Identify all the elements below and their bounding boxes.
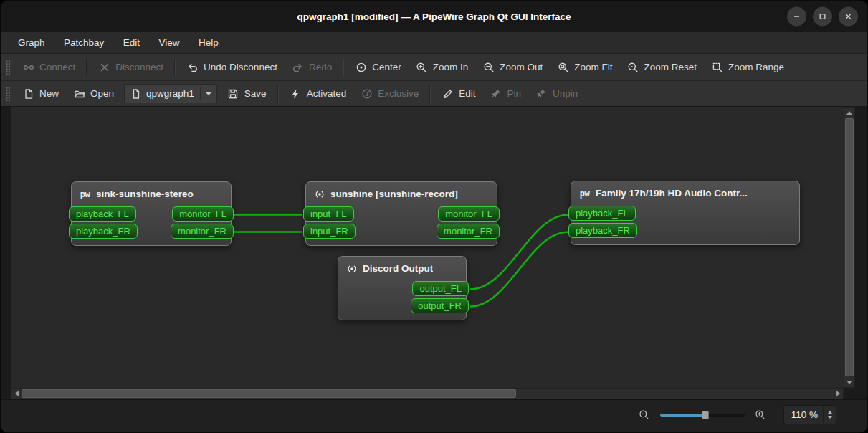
unpin-button[interactable]: Unpin <box>528 84 585 103</box>
port-input-fr[interactable]: input_FR <box>303 224 356 239</box>
scroll-up-button[interactable] <box>844 108 854 118</box>
connect-label: Connect <box>39 62 75 72</box>
node-sunshine-record[interactable]: sunshine [sunshine-record] input_FL inpu… <box>305 181 497 246</box>
exclusive-toggle-button[interactable]: f Exclusive <box>353 84 426 103</box>
toolbar-separator <box>343 59 344 76</box>
port-playback-fl[interactable]: playback_FL <box>69 206 136 222</box>
disconnect-label: Disconnect <box>115 62 163 72</box>
vertical-scrollbar[interactable] <box>844 107 855 388</box>
zoom-reset-label: Zoom Reset <box>644 62 697 72</box>
port-playback-fl[interactable]: playback_FL <box>568 206 636 221</box>
new-label: New <box>39 88 59 99</box>
arrow-up-icon <box>846 111 852 115</box>
patchbay-file-icon <box>130 87 142 100</box>
center-button[interactable]: Center <box>348 57 409 77</box>
zoom-fit-icon <box>557 61 569 73</box>
edit-label: Edit <box>459 88 475 99</box>
undo-disconnect-button[interactable]: Undo Disconnect <box>179 57 285 77</box>
unpin-label: Unpin <box>553 88 578 99</box>
port-monitor-fl[interactable]: monitor_FL <box>172 206 234 222</box>
redo-button[interactable]: Redo <box>285 57 339 77</box>
menu-patchbay[interactable]: Patchbay <box>56 32 112 53</box>
spin-buttons <box>823 406 832 424</box>
status-bar: 110 % <box>1 399 867 433</box>
redo-label: Redo <box>309 62 332 72</box>
port-monitor-fr[interactable]: monitor_FR <box>437 224 500 239</box>
zoom-slider-fill <box>660 414 706 417</box>
node-discord-output[interactable]: Discord Output output_FL output_FR <box>338 256 467 320</box>
disconnect-button[interactable]: Disconnect <box>91 57 171 77</box>
scroll-down-button[interactable] <box>844 377 854 387</box>
title-bar[interactable]: qpwgraph1 [modified] — A PipeWire Graph … <box>1 1 867 32</box>
arrow-right-icon <box>836 391 840 396</box>
new-patchbay-button[interactable]: New <box>15 84 66 103</box>
close-button[interactable] <box>839 7 858 27</box>
port-output-fr[interactable]: output_FR <box>411 298 469 313</box>
disconnect-icon <box>98 61 110 73</box>
pin-icon <box>490 87 502 100</box>
node-sink-sunshine-stereo[interactable]: sink-sunshine-stereo playback_FL playbac… <box>71 181 232 246</box>
undo-icon <box>186 61 199 73</box>
zoom-reset-button[interactable]: Zoom Reset <box>620 57 705 77</box>
horizontal-scrollbar[interactable] <box>11 388 844 399</box>
zoom-range-button[interactable]: Zoom Range <box>704 57 791 77</box>
toolbar-grip[interactable] <box>6 60 11 75</box>
maximize-icon <box>818 12 827 22</box>
port-output-fl[interactable]: output_FL <box>412 281 469 296</box>
maximize-button[interactable] <box>813 7 832 27</box>
edit-patchbay-button[interactable]: Edit <box>434 84 482 103</box>
pin-button[interactable]: Pin <box>482 84 528 103</box>
zoom-in-button[interactable]: Zoom In <box>409 57 476 77</box>
zoom-out-icon[interactable] <box>639 409 650 421</box>
open-label: Open <box>90 88 114 99</box>
zoom-slider-handle[interactable] <box>702 411 709 419</box>
graph-canvas[interactable]: sink-sunshine-stereo playback_FL playbac… <box>11 107 844 388</box>
zoom-fit-button[interactable]: Zoom Fit <box>550 57 619 77</box>
zoom-spinbox[interactable]: 110 % <box>783 405 836 424</box>
minimize-button[interactable] <box>787 7 806 27</box>
scroll-right-button[interactable] <box>833 389 843 399</box>
toolbar-separator <box>86 59 87 76</box>
pipewire-icon <box>578 187 591 199</box>
port-monitor-fl[interactable]: monitor_FL <box>438 206 500 222</box>
zoom-out-icon <box>482 61 495 73</box>
unpin-icon <box>535 87 548 100</box>
menu-graph[interactable]: Graph <box>10 32 53 53</box>
spin-down-button[interactable] <box>828 416 832 419</box>
zoom-in-icon[interactable] <box>755 409 766 421</box>
menu-bar: Graph Patchbay Edit View Help <box>1 32 867 54</box>
window-title: qpwgraph1 [modified] — A PipeWire Graph … <box>297 11 571 22</box>
connect-button[interactable]: Connect <box>15 57 82 77</box>
toolbar-grip[interactable] <box>6 87 11 101</box>
toolbar-separator <box>429 85 431 103</box>
port-playback-fr[interactable]: playback_FR <box>568 223 637 238</box>
close-icon <box>844 12 853 22</box>
port-input-fl[interactable]: input_FL <box>303 206 354 222</box>
svg-text:f: f <box>366 90 370 97</box>
horizontal-scrollbar-track[interactable] <box>516 389 833 399</box>
activated-label: Activated <box>307 88 347 99</box>
patchbay-selector-value: qpwgraph1 <box>146 88 194 99</box>
ports-row: input_FL input_FR monitor_FL monitor_FR <box>306 206 497 245</box>
activated-toggle-button[interactable]: Activated <box>282 84 354 103</box>
menu-help[interactable]: Help <box>191 32 226 53</box>
scroll-left-button[interactable] <box>11 389 22 399</box>
vertical-scrollbar-thumb[interactable] <box>845 118 854 376</box>
menu-view[interactable]: View <box>151 32 188 53</box>
combo-dropdown-button[interactable] <box>200 87 211 100</box>
menu-edit[interactable]: Edit <box>115 32 148 53</box>
port-playback-fr[interactable]: playback_FR <box>69 224 138 239</box>
pipewire-icon <box>79 188 91 200</box>
spin-up-button[interactable] <box>828 411 832 414</box>
zoom-slider[interactable] <box>660 409 745 422</box>
zoom-out-button[interactable]: Zoom Out <box>475 57 550 77</box>
patchbay-selector-combo[interactable]: qpwgraph1 <box>124 84 217 103</box>
horizontal-scrollbar-thumb[interactable] <box>22 389 516 398</box>
open-folder-icon <box>73 87 85 100</box>
node-family-hd-audio[interactable]: Family 17h/19h HD Audio Contr... playbac… <box>571 181 800 245</box>
zoom-out-label: Zoom Out <box>500 62 543 72</box>
save-patchbay-button[interactable]: Save <box>220 84 274 103</box>
open-patchbay-button[interactable]: Open <box>66 84 121 103</box>
port-monitor-fr[interactable]: monitor_FR <box>171 224 234 239</box>
node-title: Discord Output <box>363 263 433 274</box>
